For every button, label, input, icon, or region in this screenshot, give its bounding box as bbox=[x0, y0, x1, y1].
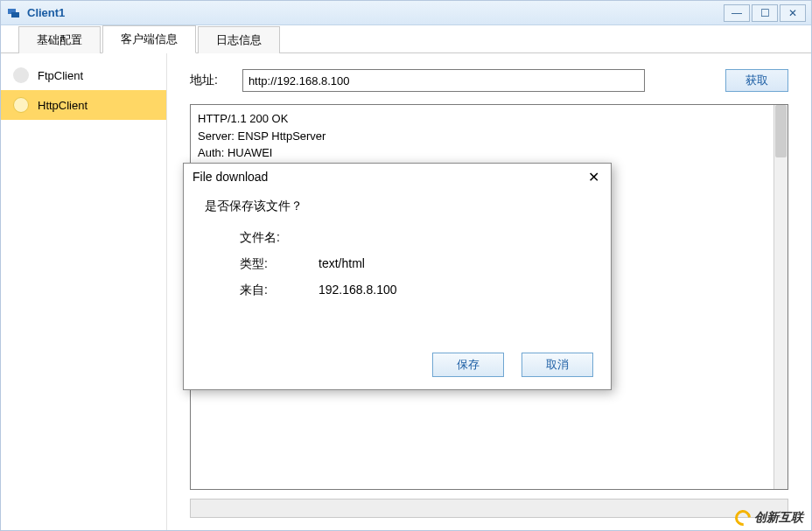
type-label: 类型: bbox=[240, 256, 318, 272]
status-bar bbox=[190, 499, 788, 518]
scrollbar-thumb[interactable] bbox=[775, 105, 787, 157]
dialog-titlebar: File download ✕ bbox=[184, 164, 611, 190]
type-value: text/html bbox=[318, 256, 365, 272]
sidebar: FtpClient HttpClient bbox=[1, 53, 167, 530]
status-dot-icon bbox=[13, 97, 29, 113]
svg-rect-1 bbox=[11, 12, 19, 17]
from-label: 来自: bbox=[240, 283, 318, 298]
status-dot-icon bbox=[13, 67, 29, 83]
get-button[interactable]: 获取 bbox=[725, 69, 788, 92]
dialog-button-row: 保存 取消 bbox=[184, 346, 611, 389]
app-icon bbox=[6, 5, 22, 21]
sidebar-item-label: FtpClient bbox=[38, 69, 83, 82]
close-button[interactable]: ✕ bbox=[780, 4, 806, 22]
tab-bar: 基础配置 客户端信息 日志信息 bbox=[1, 25, 811, 53]
tab-basic-config[interactable]: 基础配置 bbox=[18, 26, 101, 53]
sidebar-item-label: HttpClient bbox=[38, 99, 88, 112]
tab-client-info[interactable]: 客户端信息 bbox=[102, 25, 196, 53]
response-line: Server: ENSP HttpServer bbox=[198, 129, 326, 143]
from-value: 192.168.8.100 bbox=[318, 283, 397, 298]
filename-label: 文件名: bbox=[240, 230, 318, 246]
sidebar-item-httpclient[interactable]: HttpClient bbox=[1, 90, 166, 120]
response-line: HTTP/1.1 200 OK bbox=[198, 112, 288, 125]
watermark: 创新互联 bbox=[735, 510, 803, 526]
minimize-button[interactable]: — bbox=[724, 4, 750, 22]
scrollbar[interactable] bbox=[774, 105, 788, 489]
maximize-button[interactable]: ☐ bbox=[752, 4, 778, 22]
cancel-button[interactable]: 取消 bbox=[522, 353, 593, 377]
watermark-logo-icon bbox=[732, 507, 753, 528]
address-row: 地址: 获取 bbox=[190, 69, 788, 92]
dialog-question: 是否保存该文件？ bbox=[205, 199, 590, 214]
file-download-dialog: File download ✕ 是否保存该文件？ 文件名: 类型: text/h… bbox=[183, 163, 612, 390]
response-line: Auth: HUAWEI bbox=[198, 146, 272, 159]
window-title: Client1 bbox=[27, 6, 65, 19]
address-input[interactable] bbox=[242, 69, 645, 92]
watermark-text: 创新互联 bbox=[754, 510, 803, 526]
address-label: 地址: bbox=[190, 73, 218, 88]
save-button[interactable]: 保存 bbox=[432, 353, 504, 377]
tab-log-info[interactable]: 日志信息 bbox=[198, 26, 280, 53]
sidebar-item-ftpclient[interactable]: FtpClient bbox=[1, 60, 166, 90]
dialog-title-text: File download bbox=[192, 170, 268, 184]
titlebar: Client1 — ☐ ✕ bbox=[1, 1, 811, 25]
dialog-body: 是否保存该文件？ 文件名: 类型: text/html 来自: 192.168.… bbox=[184, 190, 611, 346]
dialog-close-button[interactable]: ✕ bbox=[584, 168, 602, 185]
